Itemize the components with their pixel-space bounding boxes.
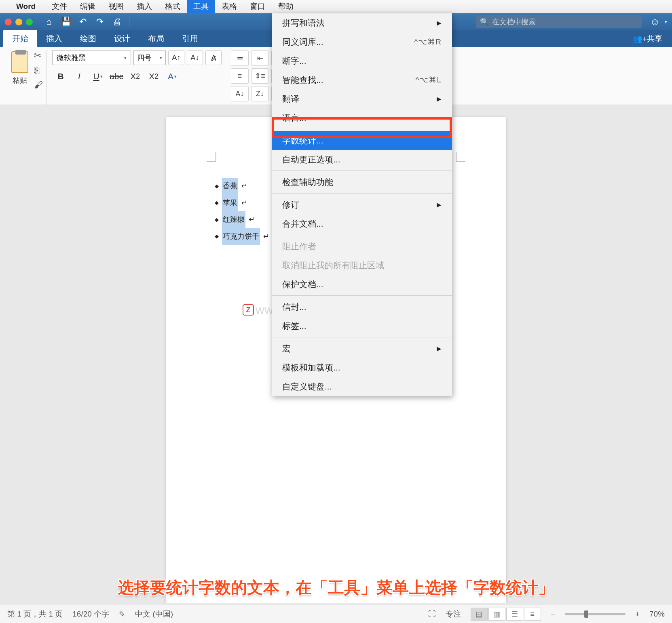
menu-item[interactable]: 模板和加载项...	[272, 358, 452, 377]
draft-view-button[interactable]: ≡	[524, 608, 541, 621]
menu-item[interactable]: 修订▶	[272, 195, 452, 214]
menu-edit[interactable]: 编辑	[74, 0, 102, 13]
clear-format-button[interactable]: A̷	[205, 51, 222, 65]
bullets-button[interactable]: ≔	[231, 51, 249, 66]
menu-item[interactable]: 合并文档...	[272, 214, 452, 233]
print-icon[interactable]: 🖨	[110, 16, 123, 27]
window-controls	[5, 19, 33, 25]
zoom-percent[interactable]: 70%	[649, 610, 665, 619]
line-spacing-button[interactable]: ⇕≡	[251, 68, 269, 84]
bold-button[interactable]: B	[52, 68, 69, 84]
clipboard-group: 粘贴 ✂ ⎘ 🖌	[5, 51, 46, 105]
tab-layout[interactable]: 布局	[139, 30, 173, 47]
search-icon: 🔍	[480, 17, 489, 26]
menu-table[interactable]: 表格	[215, 0, 243, 13]
word-count[interactable]: 16/20 个字	[72, 609, 109, 619]
menu-item: 阻止作者	[272, 237, 452, 256]
tab-references[interactable]: 引用	[173, 30, 207, 47]
font-group: 微软雅黑▾ 四号▾ A↑ A↓ A̷ B I U▾ abc X2 X2 A▾	[49, 51, 225, 105]
menu-item[interactable]: 拼写和语法▶	[272, 13, 452, 32]
save-icon[interactable]: 💾	[59, 16, 72, 27]
menu-item[interactable]: 信封...	[272, 297, 452, 316]
tab-design[interactable]: 设计	[105, 30, 139, 47]
format-painter-icon[interactable]: 🖌	[34, 80, 43, 90]
crop-mark-icon	[456, 152, 465, 162]
menu-tools[interactable]: 工具	[187, 0, 215, 13]
underline-button[interactable]: U▾	[89, 68, 106, 84]
menu-help[interactable]: 帮助	[272, 0, 300, 13]
menu-item[interactable]: 断字...	[272, 51, 452, 70]
paste-button[interactable]: 粘贴	[8, 51, 32, 90]
sort-az-button[interactable]: A↓	[231, 86, 249, 101]
font-family-select[interactable]: 微软雅黑▾	[52, 51, 131, 65]
search-placeholder: 在文档中搜索	[492, 17, 536, 27]
menu-item[interactable]: 宏▶	[272, 339, 452, 358]
decrease-indent-button[interactable]: ⇤	[251, 51, 269, 66]
view-mode-buttons: ▤ ▥ ☰ ≡	[471, 608, 541, 621]
outline-view-button[interactable]: ☰	[506, 608, 523, 621]
tab-draw[interactable]: 绘图	[71, 30, 105, 47]
focus-mode-icon[interactable]: ⛶	[428, 610, 436, 619]
align-left-button[interactable]: ≡	[231, 68, 249, 84]
tools-menu-dropdown: 拼写和语法▶同义词库...^⌥⌘R断字...智能查找...^⌥⌘L翻译▶语言..…	[272, 13, 452, 396]
sort-za-button[interactable]: Z↓	[251, 86, 269, 101]
language-indicator[interactable]: 中文 (中国)	[135, 609, 173, 619]
share-button[interactable]: 👥+ 共享	[633, 34, 662, 47]
close-window-button[interactable]	[5, 19, 12, 25]
menu-item: 取消阻止我的所有阻止区域	[272, 256, 452, 275]
undo-icon[interactable]: ↶	[76, 16, 89, 27]
clipboard-icon	[11, 51, 28, 73]
menu-insert[interactable]: 插入	[130, 0, 158, 13]
app-name[interactable]: Word	[16, 2, 36, 11]
menu-item[interactable]: 字数统计...	[272, 131, 452, 150]
spellcheck-icon[interactable]: ✎	[119, 610, 125, 619]
minimize-window-button[interactable]	[15, 19, 22, 25]
page-indicator[interactable]: 第 1 页，共 1 页	[7, 609, 63, 619]
watermark-badge-icon: Z	[243, 304, 254, 316]
superscript-button[interactable]: X2	[145, 68, 162, 84]
menu-format[interactable]: 格式	[158, 0, 187, 13]
menu-item[interactable]: 语言...	[272, 108, 452, 127]
macos-menubar: Word 文件 编辑 视图 插入 格式 工具 表格 窗口 帮助	[0, 0, 672, 13]
menu-item[interactable]: 同义词库...^⌥⌘R	[272, 32, 452, 51]
copy-icon[interactable]: ⎘	[34, 65, 43, 76]
crop-mark-icon	[207, 152, 216, 162]
instruction-caption: 选择要统计字数的文本，在「工具」菜单上选择「字数统计」	[0, 577, 672, 599]
zoom-out-button[interactable]: −	[551, 610, 555, 619]
zoom-in-button[interactable]: +	[635, 610, 640, 619]
menu-item[interactable]: 标签...	[272, 316, 452, 335]
menu-item[interactable]: 智能查找...^⌥⌘L	[272, 70, 452, 89]
cut-icon[interactable]: ✂	[34, 51, 43, 61]
subscript-button[interactable]: X2	[127, 68, 144, 84]
menu-view[interactable]: 视图	[102, 0, 130, 13]
strikethrough-button[interactable]: abc	[108, 68, 125, 84]
text-effects-button[interactable]: A▾	[164, 68, 181, 84]
menu-window[interactable]: 窗口	[243, 0, 272, 13]
menu-item[interactable]: 检查辅助功能	[272, 173, 452, 192]
tab-insert[interactable]: 插入	[37, 30, 71, 47]
shrink-font-button[interactable]: A↓	[187, 51, 203, 65]
redo-icon[interactable]: ↷	[93, 16, 106, 27]
print-layout-view-button[interactable]: ▤	[471, 608, 488, 621]
font-size-select[interactable]: 四号▾	[133, 51, 166, 65]
grow-font-button[interactable]: A↑	[168, 51, 184, 65]
statusbar: 第 1 页，共 1 页 16/20 个字 ✎ 中文 (中国) ⛶ 专注 ▤ ▥ …	[0, 605, 672, 623]
tab-home[interactable]: 开始	[3, 30, 37, 47]
menu-item[interactable]: 自动更正选项...	[272, 150, 452, 169]
web-layout-view-button[interactable]: ▥	[488, 608, 505, 621]
menu-item[interactable]: 自定义键盘...	[272, 377, 452, 396]
italic-button[interactable]: I	[71, 68, 88, 84]
focus-mode-label[interactable]: 专注	[446, 609, 461, 619]
zoom-slider[interactable]	[565, 613, 626, 615]
home-icon[interactable]: ⌂	[42, 16, 55, 27]
menu-item[interactable]: 保护文档...	[272, 275, 452, 294]
account-icon[interactable]: ☺	[650, 16, 660, 27]
document-search[interactable]: 🔍 在文档中搜索	[476, 15, 642, 28]
menu-item[interactable]: 翻译▶	[272, 89, 452, 108]
menu-file[interactable]: 文件	[45, 0, 74, 13]
zoom-window-button[interactable]	[26, 19, 33, 25]
